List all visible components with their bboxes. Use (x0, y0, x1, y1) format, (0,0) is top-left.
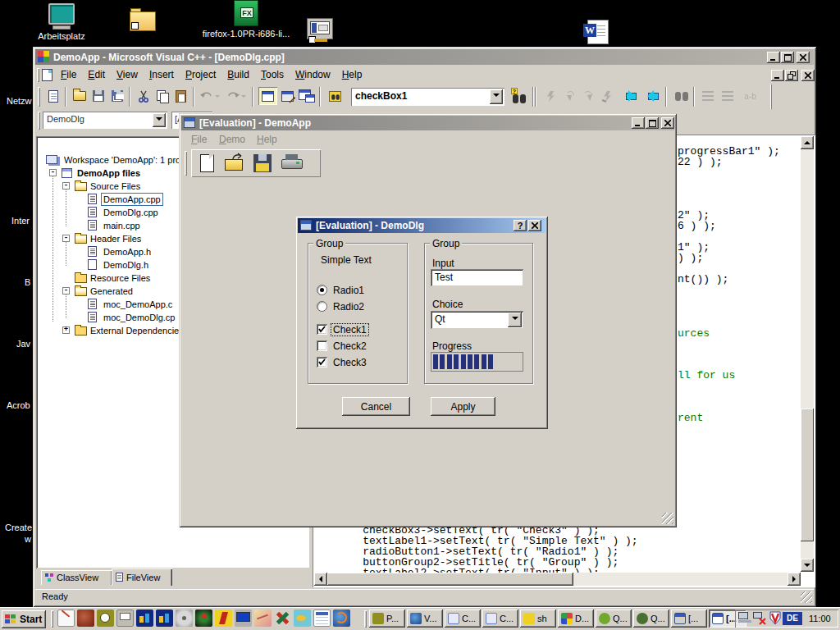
menu-build[interactable]: Build (221, 68, 255, 82)
save-button[interactable] (89, 87, 107, 105)
open-button[interactable] (70, 87, 89, 105)
desktop-icon-word-document[interactable]: W (587, 20, 609, 44)
quicklaunch-users1-icon[interactable] (136, 609, 153, 627)
tray-network-icon[interactable] (738, 612, 751, 623)
radio1[interactable] (317, 285, 327, 295)
dialog-help-button[interactable]: ? (514, 220, 527, 231)
quicklaunch-gimp-icon[interactable] (77, 609, 94, 627)
resize-grip[interactable] (801, 591, 812, 603)
demoapp-maximize-button[interactable] (646, 117, 659, 129)
check2-label[interactable]: Check2 (333, 340, 367, 352)
scroll-down-button[interactable] (801, 559, 814, 572)
task-button-8[interactable]: Q... (633, 609, 669, 628)
tray-clock[interactable]: 11:00 (809, 614, 831, 623)
next-reference-button[interactable] (622, 87, 641, 105)
quicklaunch-users2-icon[interactable] (156, 609, 173, 627)
find-button[interactable] (672, 87, 691, 105)
menu-project[interactable]: Project (180, 68, 221, 82)
tray-language-indicator[interactable]: DE (783, 612, 802, 625)
quicklaunch-eye-icon[interactable] (195, 609, 212, 627)
check2[interactable] (317, 340, 327, 351)
task-button-1[interactable]: P... (369, 609, 405, 628)
quicklaunch-map-icon[interactable] (254, 609, 272, 627)
tab-fileview[interactable]: FileView (112, 568, 172, 586)
redo-button[interactable] (224, 87, 249, 105)
output-toggle-button[interactable] (278, 87, 297, 105)
copy-button[interactable] (153, 87, 171, 105)
prev-reference-button[interactable] (641, 87, 660, 105)
mdi-restore-button[interactable] (785, 70, 798, 81)
menu-file[interactable]: File (55, 68, 82, 82)
demoapp-new-button[interactable] (196, 153, 217, 174)
task-button-5[interactable]: sh (520, 609, 556, 628)
quicklaunch-winamp-icon[interactable] (215, 609, 232, 627)
class-combo-dropdown[interactable] (153, 113, 166, 127)
task-button-3[interactable]: C... (445, 609, 481, 628)
quicklaunch-spreadsheet-icon[interactable] (313, 609, 331, 627)
save-all-button[interactable] (107, 87, 126, 105)
desktop-icon-folder[interactable] (130, 11, 156, 31)
desktop-icon-my-computer[interactable]: Arbeitsplatz (33, 3, 90, 41)
task-button-4[interactable]: C... (482, 609, 518, 628)
indent-decrease-icon[interactable] (698, 87, 717, 105)
class-combobox[interactable]: DemoDlg (43, 112, 167, 129)
scroll-thumb[interactable] (801, 409, 814, 541)
quicklaunch-fish-icon[interactable] (294, 609, 311, 627)
title-bar[interactable]: DemoApp - Microsoft Visual C++ - [DemoDl… (35, 49, 814, 65)
close-button[interactable] (797, 52, 810, 63)
editor-vscrollbar[interactable] (801, 136, 814, 572)
radio2[interactable] (317, 301, 327, 312)
cancel-button[interactable]: Cancel (342, 397, 410, 416)
input-field[interactable]: Test (431, 269, 523, 286)
ab-button[interactable]: a-b (741, 87, 760, 105)
quicklaunch-notes-icon[interactable] (57, 609, 75, 627)
wizard-action4-icon[interactable] (598, 87, 617, 105)
editor-hscrollbar[interactable] (314, 573, 801, 586)
demoapp-resize-grip[interactable] (662, 513, 673, 524)
menu-insert[interactable]: Insert (144, 68, 180, 82)
apply-button[interactable]: Apply (431, 397, 495, 416)
quicklaunch-window-icon[interactable] (116, 609, 134, 627)
wizard-action2-icon[interactable] (560, 87, 579, 105)
task-button-2[interactable]: V... (407, 609, 443, 628)
find-combobox[interactable]: checkBox1 (351, 88, 504, 106)
demoapp-open-button[interactable] (224, 153, 245, 174)
start-button[interactable]: Start (2, 610, 46, 628)
windows-button[interactable] (298, 87, 317, 105)
check1[interactable] (317, 324, 327, 335)
mdi-minimize-button[interactable] (771, 70, 784, 81)
desktop-icon-firefox-installer[interactable]: FX firefox-1.0PR-i686-li... (180, 0, 312, 39)
desktop-icon-display[interactable] (307, 18, 333, 39)
quicklaunch-terminal-icon[interactable] (235, 609, 252, 627)
demoapp-save-button[interactable] (252, 153, 273, 174)
quicklaunch-clock-icon[interactable] (97, 609, 114, 627)
scroll-left-button[interactable] (314, 573, 327, 586)
check3[interactable] (317, 357, 327, 368)
menu-edit[interactable]: Edit (82, 68, 111, 82)
search-window-icon[interactable] (326, 87, 345, 105)
tab-classview[interactable]: ClassView (41, 570, 112, 585)
menu-help[interactable]: Help (336, 68, 368, 82)
tray-antivirus-icon[interactable] (769, 611, 781, 625)
radio2-label[interactable]: Radio2 (333, 301, 364, 313)
new-file-button[interactable] (43, 87, 62, 105)
tray-network-error-icon[interactable] (753, 612, 766, 623)
wizard-action3-icon[interactable] (579, 87, 598, 105)
choice-dropdown-button[interactable] (508, 313, 522, 327)
menu-tools[interactable]: Tools (255, 68, 290, 82)
demoapp-menu-file[interactable]: File (191, 134, 207, 145)
quicklaunch-x-icon[interactable] (274, 609, 291, 627)
dialog-title-bar[interactable]: [Evaluation] - DemoDlg ? (298, 218, 546, 233)
minimize-button[interactable] (767, 52, 780, 63)
demoapp-close-button[interactable] (661, 117, 674, 129)
find-combo-dropdown[interactable] (490, 89, 503, 104)
demoapp-print-button[interactable] (280, 153, 304, 174)
undo-button[interactable] (198, 87, 222, 105)
demoapp-title-bar[interactable]: [Evaluation] - DemoApp (181, 116, 674, 130)
wizard-action1-icon[interactable] (541, 87, 560, 105)
workspace-toggle-button[interactable] (258, 87, 277, 105)
cut-button[interactable] (134, 87, 153, 105)
quicklaunch-firefox-icon[interactable] (333, 609, 350, 627)
mdi-close-button[interactable] (801, 70, 815, 81)
demoapp-menu-help[interactable]: Help (257, 134, 277, 145)
